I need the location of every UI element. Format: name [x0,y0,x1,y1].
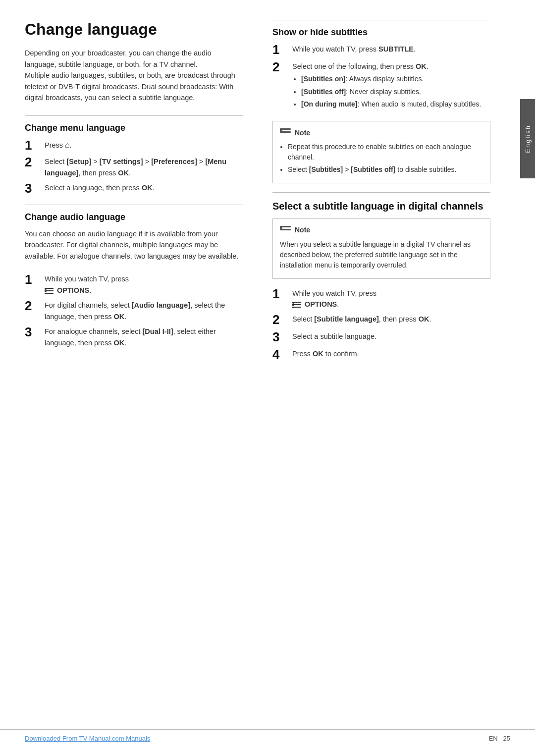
audio-step-number-3: 3 [25,325,41,339]
sub-step-text-2: Select one of the following, then press … [292,61,490,112]
digital-sub-step-2: 2 Select [Subtitle language], then press… [272,314,490,327]
menu-lang-step-2: 2 Select [Setup] > [TV settings] > [Pref… [25,156,243,178]
menu-language-steps: 1 Press ⌂. 2 Select [Setup] > [TV settin… [25,139,243,196]
footer-page-info: EN 25 [489,735,510,742]
page-title: Change language [25,20,243,39]
footer-page-label: EN [489,735,498,742]
note-icon-subtitles [280,127,291,139]
step-text-3: Select a language, then press OK. [45,182,243,193]
footer: Downloaded From TV-Manual.com Manuals EN… [0,729,535,742]
digital-note-text: When you select a subtitle language in a… [280,239,482,270]
main-content: Change language Depending on your broadc… [25,20,510,736]
subtitles-bullet-list: [Subtitles on]: Always display subtitles… [292,74,490,110]
step-number-2: 2 [25,155,41,169]
divider-digital-subtitle [272,192,490,193]
step-number-3: 3 [25,181,41,196]
subtitles-note-header: Note [280,127,482,139]
section-heading-digital-subtitle: Select a subtitle language in digital ch… [272,200,490,213]
subtitles-step-1: 1 While you watch TV, press SUBTITLE. [272,44,490,57]
audio-step-number-2: 2 [25,299,41,313]
audio-step-text-1: While you watch TV, press OPTIONS. [45,273,243,296]
options-icon-1 [45,286,57,294]
subtitles-step-2: 2 Select one of the following, then pres… [272,61,490,112]
section-heading-subtitles: Show or hide subtitles [272,27,490,38]
home-icon: ⌂ [65,141,70,149]
digital-step-text-4: Press OK to confirm. [292,348,490,359]
digital-subtitle-note-box: Note When you select a subtitle language… [272,218,490,279]
note-item-1: Repeat this procedure to enable subtitle… [288,142,482,162]
audio-language-steps: 1 While you watch TV, press OPTIO [25,273,243,348]
subtitles-note-label: Note [295,128,310,139]
section-heading-audio-lang: Change audio language [25,212,243,222]
bullet-subtitles-off: [Subtitles off]: Never display subtitles… [301,87,490,98]
left-column: Change language Depending on your broadc… [25,20,253,736]
sub-step-number-1: 1 [272,43,288,57]
svg-rect-11 [280,226,282,229]
digital-step-number-4: 4 [272,347,288,362]
digital-sub-step-1: 1 While you watch TV, press OPTIO [272,288,490,310]
divider-menu-lang [25,115,243,116]
footer-page-number: 25 [503,735,510,742]
step-number-1: 1 [25,138,41,153]
divider-audio-lang [25,205,243,205]
audio-lang-intro: You can choose an audio language if it i… [25,228,243,262]
audio-step-text-3: For analogue channels, select [Dual I-II… [45,326,243,348]
sub-step-text-1: While you watch TV, press SUBTITLE. [292,44,490,54]
page: English Change language Depending on you… [0,0,535,756]
digital-note-body: When you select a subtitle language in a… [280,239,482,270]
digital-step-text-2: Select [Subtitle language], then press O… [292,314,490,324]
divider-subtitles [272,20,490,20]
note-item-2: Select [Subtitles] > [Subtitles off] to … [288,164,482,175]
digital-step-number-1: 1 [272,287,288,301]
digital-step-number-3: 3 [272,330,288,344]
side-tab-label: English [524,125,532,153]
step-text-1: Press ⌂. [45,139,243,152]
digital-note-label: Note [295,225,310,236]
audio-lang-step-3: 3 For analogue channels, select [Dual I-… [25,326,243,348]
digital-step-number-2: 2 [272,313,288,327]
digital-sub-step-3: 3 Select a subtitle language. [272,331,490,344]
side-tab: English [520,99,535,178]
intro-text: Depending on your broadcaster, you can c… [25,48,243,103]
svg-rect-8 [280,128,282,132]
svg-rect-16 [292,304,294,306]
svg-rect-15 [292,302,294,304]
subtitles-note-box: Note Repeat this procedure to enable sub… [272,121,490,183]
svg-rect-4 [45,290,47,292]
footer-link[interactable]: Downloaded From TV-Manual.com Manuals [25,735,150,742]
right-column: Show or hide subtitles 1 While you watch… [268,20,490,736]
digital-step-text-3: Select a subtitle language. [292,331,490,342]
options-icon-2 [292,300,305,308]
bullet-on-during-mute: [On during mute]: When audio is muted, d… [301,99,490,110]
digital-subtitle-steps: 1 While you watch TV, press OPTIO [272,288,490,362]
subtitles-note-body: Repeat this procedure to enable subtitle… [280,142,482,175]
subtitles-steps: 1 While you watch TV, press SUBTITLE. 2 … [272,44,490,112]
digital-subtitle-note-header: Note [280,225,482,236]
step-text-2: Select [Setup] > [TV settings] > [Prefer… [45,156,243,178]
audio-lang-step-2: 2 For digital channels, select [Audio la… [25,300,243,322]
svg-rect-3 [45,288,47,290]
digital-step-text-1: While you watch TV, press OPTIONS. [292,288,490,310]
menu-lang-step-3: 3 Select a language, then press OK. [25,182,243,196]
bullet-subtitles-on: [Subtitles on]: Always display subtitles… [301,74,490,85]
note-icon-digital [280,225,291,236]
audio-step-text-2: For digital channels, select [Audio lang… [45,300,243,322]
section-heading-menu-lang: Change menu language [25,123,243,133]
sub-step-number-2: 2 [272,60,288,74]
menu-lang-step-1: 1 Press ⌂. [25,139,243,153]
digital-sub-step-4: 4 Press OK to confirm. [272,348,490,362]
audio-step-number-1: 1 [25,272,41,287]
audio-lang-step-1: 1 While you watch TV, press OPTIO [25,273,243,296]
